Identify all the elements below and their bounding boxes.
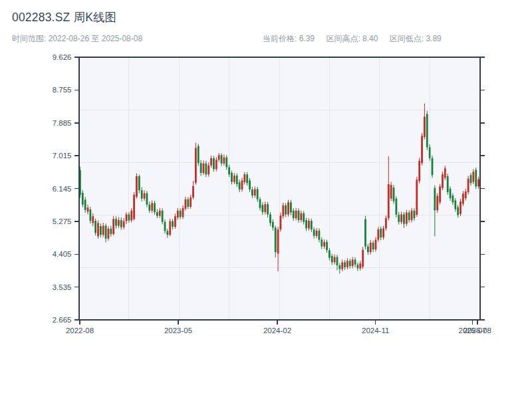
candle-up (207, 166, 209, 175)
candle-up (421, 136, 423, 163)
candle-down (408, 213, 410, 220)
candle-down (313, 229, 315, 236)
candle-up (382, 228, 384, 237)
candle-down (475, 170, 477, 186)
candle-up (254, 189, 256, 196)
candle-up (233, 176, 235, 182)
y-tick-label: 7.885 (53, 119, 72, 127)
candle-up (462, 194, 464, 203)
candle-down (162, 211, 164, 222)
candle-up (467, 178, 469, 192)
candle-down (128, 214, 130, 220)
candle-down (272, 222, 274, 228)
candle-down (138, 176, 140, 190)
candle-down (156, 212, 158, 216)
candle-down (414, 211, 416, 218)
candle-up (377, 229, 379, 239)
candle-up (444, 168, 446, 178)
candle-down (84, 200, 86, 209)
candle-down (221, 155, 223, 163)
y-tick-label: 6.145 (53, 185, 72, 193)
candle-up (97, 223, 99, 236)
candle-down (338, 265, 340, 269)
candle-up (416, 180, 418, 215)
candle-down (257, 189, 259, 199)
candle-down (180, 211, 182, 217)
candle-up (215, 160, 217, 169)
candle-up (195, 148, 197, 183)
candle-down (249, 180, 251, 190)
candle-up (359, 263, 361, 268)
candle-down (326, 242, 328, 250)
candle-up (436, 196, 438, 211)
candle-up (439, 186, 441, 202)
candle-down (94, 221, 96, 233)
candle-down (426, 114, 428, 147)
candle-down (251, 190, 253, 196)
candle-up (87, 207, 89, 211)
candle-down (205, 164, 207, 174)
candle-up (182, 208, 184, 217)
candle-up (442, 174, 444, 188)
candle-up (424, 116, 426, 137)
candle-down (344, 262, 346, 267)
candle-up (465, 192, 467, 198)
candlestick-chart-canvas: 9.6268.7557.8857.0156.1455.2754.4053.535… (0, 0, 532, 399)
y-tick-label: 2.665 (53, 316, 72, 324)
candle-down (172, 221, 174, 227)
candle-down (364, 219, 366, 247)
candle-up (203, 164, 205, 173)
candle-down (269, 214, 271, 223)
y-tick-label: 4.405 (53, 250, 72, 258)
candle-down (228, 167, 230, 174)
candle-down (311, 221, 313, 229)
candle-down (354, 259, 356, 264)
candle-down (231, 173, 233, 182)
candle-down (452, 196, 454, 202)
candle-up (346, 261, 348, 267)
candle-down (148, 205, 150, 211)
candle-up (123, 221, 125, 227)
candle-up (287, 202, 289, 214)
y-tick-label: 3.535 (53, 283, 72, 291)
candle-up (151, 203, 153, 210)
candle-down (187, 200, 189, 207)
candle-down (236, 176, 238, 184)
candle-down (321, 239, 323, 246)
candle-down (89, 209, 91, 221)
y-tick-label: 5.275 (53, 217, 72, 225)
candle-down (285, 205, 287, 215)
candle-up (112, 219, 114, 234)
candle-down (349, 261, 351, 266)
candle-down (293, 211, 295, 218)
candle-up (243, 174, 245, 182)
candle-up (460, 201, 462, 214)
candle-down (429, 147, 431, 158)
candle-up (418, 161, 420, 182)
candle-up (323, 242, 325, 247)
candle-up (295, 211, 297, 218)
candle-up (352, 259, 354, 266)
candle-down (367, 247, 369, 253)
candle-up (282, 205, 284, 216)
candle-down (166, 231, 168, 235)
candle-down (105, 225, 107, 238)
candle-up (341, 262, 343, 269)
candle-up (375, 239, 377, 249)
candle-up (264, 204, 266, 212)
candle-down (120, 220, 122, 227)
candle-down (393, 188, 395, 201)
y-tick-label: 7.015 (53, 152, 72, 160)
candle-down (267, 204, 269, 214)
candle-down (275, 227, 277, 252)
candle-up (190, 198, 192, 207)
candle-up (406, 213, 408, 224)
candle-down (198, 146, 200, 164)
candle-up (192, 186, 194, 198)
candle-up (133, 195, 135, 219)
candle-up (130, 211, 132, 221)
candle-down (457, 207, 459, 215)
candle-down (395, 199, 397, 215)
candle-down (239, 182, 241, 190)
candle-down (100, 226, 102, 235)
